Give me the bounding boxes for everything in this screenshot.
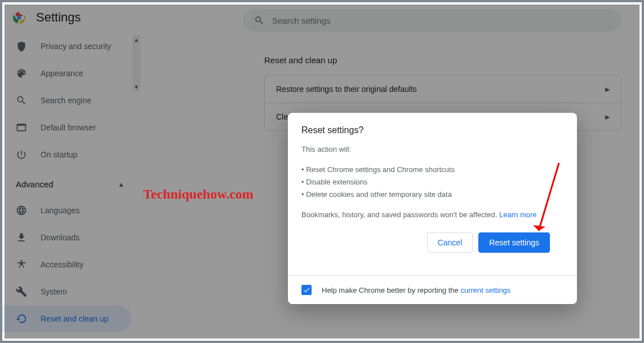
reset-settings-button[interactable]: Reset settings [478, 232, 550, 253]
cancel-button[interactable]: Cancel [427, 232, 473, 253]
learn-more-link[interactable]: Learn more [499, 210, 536, 219]
dialog-description: This action will: • Reset Chrome setting… [301, 143, 563, 221]
reset-settings-dialog: Reset settings? This action will: • Rese… [288, 113, 577, 304]
dialog-bullet: • Delete cookies and other temporary sit… [301, 188, 563, 201]
dialog-title: Reset settings? [301, 125, 563, 135]
watermark-text: Techniquehow.com [143, 187, 254, 202]
dialog-bullet: • Disable extensions [301, 176, 563, 188]
current-settings-link[interactable]: current settings [460, 286, 510, 294]
dialog-outro: Bookmarks, history, and saved passwords … [301, 209, 563, 221]
footer-text: Help make Chrome better by reporting the… [322, 286, 510, 294]
dialog-footer: Help make Chrome better by reporting the… [288, 275, 577, 304]
dialog-intro: This action will: [301, 143, 563, 156]
check-icon [303, 286, 310, 294]
dialog-bullet: • Reset Chrome settings and Chrome short… [301, 164, 563, 176]
report-checkbox[interactable] [301, 285, 312, 295]
